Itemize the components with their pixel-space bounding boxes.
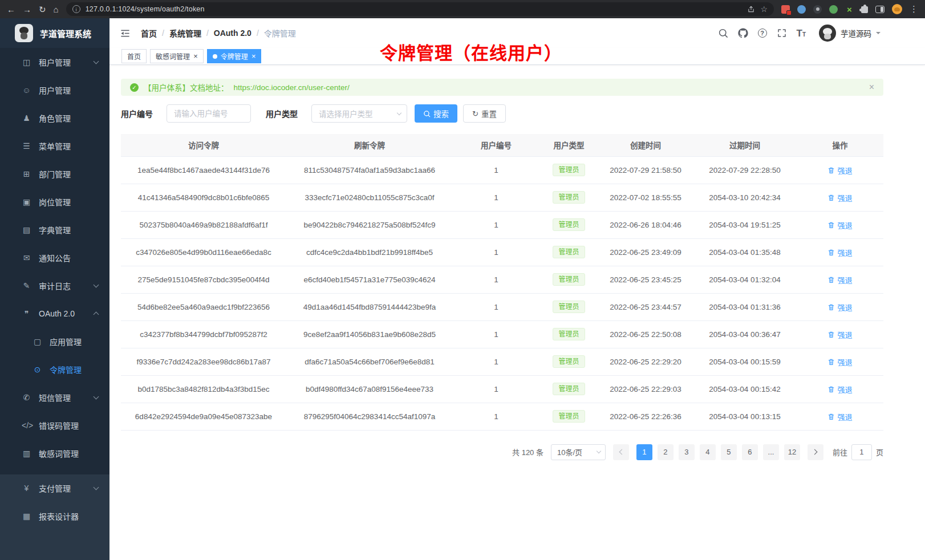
sidebar-fold-icon[interactable] bbox=[120, 28, 131, 39]
tab[interactable]: 令牌管理 × bbox=[207, 49, 262, 63]
fullscreen-icon[interactable] bbox=[777, 28, 787, 38]
sidebar-item[interactable]: ▥ 敏感词管理 bbox=[0, 439, 109, 467]
alert-close-icon[interactable]: × bbox=[869, 83, 874, 92]
page-size-select[interactable]: 10条/页 bbox=[551, 444, 606, 460]
force-logout-button[interactable]: 强退 bbox=[827, 165, 852, 176]
breadcrumb-item[interactable]: 令牌管理 bbox=[264, 27, 296, 39]
sidebar-item[interactable]: ◫ 租户管理 bbox=[0, 48, 109, 76]
force-logout-button[interactable]: 强退 bbox=[827, 384, 852, 395]
user-type-cell: 管理员 bbox=[539, 348, 598, 375]
close-icon[interactable]: × bbox=[251, 52, 256, 60]
page-button[interactable]: 3 bbox=[679, 444, 695, 460]
pay-icon: ¥ bbox=[22, 484, 31, 493]
page-info-icon[interactable]: i bbox=[72, 5, 80, 13]
sidebar-item[interactable]: ▢ 应用管理 bbox=[0, 327, 109, 355]
bookmark-star-icon[interactable]: ☆ bbox=[760, 5, 768, 14]
extension-green-icon[interactable] bbox=[829, 5, 838, 14]
force-logout-button[interactable]: 强退 bbox=[827, 329, 852, 340]
table-header-row: 访问令牌刷新令牌用户编号用户类型创建时间过期时间操作 bbox=[121, 134, 883, 156]
sidebar-item[interactable]: </> 错误码管理 bbox=[0, 411, 109, 439]
breadcrumb-item[interactable]: OAuth 2.0 bbox=[214, 29, 251, 38]
user-type-select[interactable]: 请选择用户类型 bbox=[311, 104, 407, 123]
goto-page: 前往 页 bbox=[833, 444, 883, 460]
close-icon[interactable]: × bbox=[193, 52, 198, 60]
refresh-token-cell: be90422b8c7946218275a508bf524fc9 bbox=[286, 211, 453, 238]
sidebar-item[interactable]: ✉ 通知公告 bbox=[0, 244, 109, 271]
page-button[interactable]: ... bbox=[763, 444, 779, 460]
url-text[interactable]: 127.0.0.1:1024/system/oauth2/token bbox=[86, 5, 743, 13]
force-logout-button[interactable]: 强退 bbox=[827, 274, 852, 285]
share-icon[interactable] bbox=[747, 5, 755, 13]
page-button[interactable]: 4 bbox=[700, 444, 716, 460]
profile-avatar[interactable] bbox=[892, 4, 902, 14]
sidebar-item-label: 应用管理 bbox=[50, 336, 98, 347]
expired-cell: 2054-03-04 19:51:25 bbox=[693, 211, 797, 238]
user-menu[interactable]: 芋道源码 bbox=[819, 25, 881, 42]
forward-icon[interactable]: → bbox=[23, 5, 31, 14]
expired-cell: 2054-03-04 00:13:15 bbox=[693, 403, 797, 430]
sidebar-item[interactable]: ✆ 短信管理 bbox=[0, 383, 109, 411]
breadcrumb-item[interactable]: 系统管理 bbox=[169, 27, 201, 39]
page-button[interactable]: 5 bbox=[721, 444, 737, 460]
app-logo[interactable]: 芋道管理系统 bbox=[0, 18, 109, 48]
column-header: 用户类型 bbox=[539, 134, 598, 156]
tab[interactable]: 首页 × bbox=[121, 49, 147, 63]
page-button[interactable]: 12 bbox=[784, 444, 800, 460]
table-row: 54d6be82ee5a460a9aedc1f9bf223656 49d1aa4… bbox=[121, 293, 883, 320]
user-type-cell: 管理员 bbox=[539, 211, 598, 238]
breadcrumb-item[interactable]: 首页 bbox=[141, 27, 157, 39]
sidebar-item[interactable]: ⊞ 部门管理 bbox=[0, 160, 109, 188]
search-button[interactable]: 搜索 bbox=[415, 104, 457, 123]
doc-link[interactable]: https://doc.iocoder.cn/user-center/ bbox=[234, 83, 350, 92]
github-icon[interactable] bbox=[738, 28, 748, 38]
side-panel-icon[interactable] bbox=[875, 6, 885, 13]
reload-icon[interactable]: ↻ bbox=[39, 5, 46, 14]
next-page-button[interactable] bbox=[808, 444, 823, 460]
force-logout-button[interactable]: 强退 bbox=[827, 192, 852, 203]
goto-label: 前往 bbox=[833, 447, 847, 457]
back-icon[interactable]: ← bbox=[7, 5, 15, 14]
extension-lime-icon[interactable]: × bbox=[845, 5, 854, 14]
sidebar-item[interactable]: ¥ 支付管理 bbox=[0, 474, 109, 502]
sidebar-item[interactable]: ♟ 角色管理 bbox=[0, 104, 109, 132]
sidebar: 芋道管理系统 ◫ 租户管理 ☺ 用户管理 ♟ 角色管理 bbox=[0, 18, 109, 560]
force-logout-button[interactable]: 强退 bbox=[827, 411, 852, 422]
home-icon[interactable]: ⌂ bbox=[54, 5, 59, 14]
force-logout-button[interactable]: 强退 bbox=[827, 220, 852, 230]
page-button[interactable]: 6 bbox=[742, 444, 758, 460]
sidebar-item[interactable]: ⊙ 令牌管理 bbox=[0, 355, 109, 383]
force-logout-button[interactable]: 强退 bbox=[827, 302, 852, 313]
sidebar-item[interactable]: ☰ 菜单管理 bbox=[0, 132, 109, 160]
user-id-input[interactable] bbox=[167, 104, 251, 123]
page-button[interactable]: 2 bbox=[658, 444, 674, 460]
reset-button[interactable]: ↻ 重置 bbox=[463, 104, 506, 123]
extension-blue-icon[interactable] bbox=[797, 5, 806, 14]
sidebar-item[interactable]: ▣ 岗位管理 bbox=[0, 188, 109, 216]
sidebar-item[interactable]: ✎ 审计日志 bbox=[0, 271, 109, 299]
goto-page-input[interactable] bbox=[851, 444, 872, 460]
address-bar[interactable]: i 127.0.0.1:1024/system/oauth2/token ☆ bbox=[66, 2, 774, 16]
page-button[interactable]: 1 bbox=[636, 444, 652, 460]
search-icon[interactable] bbox=[718, 28, 728, 38]
sidebar-item[interactable]: ▤ 字典管理 bbox=[0, 216, 109, 244]
sidebar-item[interactable]: ▦ 报表设计器 bbox=[0, 502, 109, 530]
sidebar-item-label: 支付管理 bbox=[39, 482, 94, 494]
prev-page-button[interactable] bbox=[613, 444, 629, 460]
force-logout-button[interactable]: 强退 bbox=[827, 356, 852, 367]
table-row: 502375b8040a469a9b82188afdf6af1f be90422… bbox=[121, 211, 883, 238]
extension-dark-icon[interactable] bbox=[813, 5, 822, 14]
table-row: 275e5de9151045fe87cbdc395e004f4d e6cfd40… bbox=[121, 266, 883, 293]
extension-red-icon[interactable] bbox=[781, 5, 790, 14]
browser-menu-icon[interactable]: ⋮ bbox=[910, 4, 918, 14]
extensions-puzzle-icon[interactable] bbox=[861, 6, 868, 13]
sidebar-item[interactable]: ❞ OAuth 2.0 bbox=[0, 299, 109, 327]
tab[interactable]: 敏感词管理 × bbox=[150, 49, 204, 63]
refresh-token-cell: dfa6c71a50a54c66bef706ef9e6e8d81 bbox=[286, 348, 453, 375]
sidebar-item[interactable]: ☺ 用户管理 bbox=[0, 76, 109, 104]
user-type-cell: 管理员 bbox=[539, 403, 598, 430]
action-cell: 强退 bbox=[797, 266, 883, 293]
sidebar-item-label: 错误码管理 bbox=[39, 420, 98, 431]
font-size-icon[interactable]: TT bbox=[797, 29, 806, 38]
force-logout-button[interactable]: 强退 bbox=[827, 247, 852, 258]
help-icon[interactable]: ? bbox=[758, 29, 767, 38]
